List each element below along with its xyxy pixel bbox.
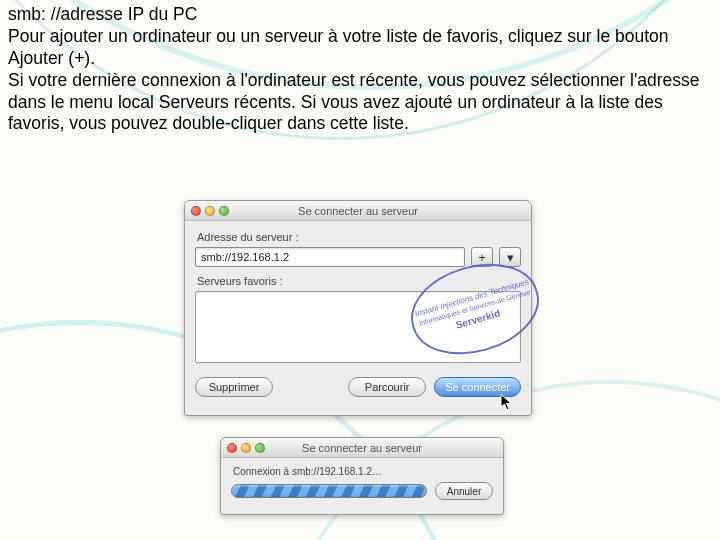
titlebar[interactable]: Se connecter au serveur xyxy=(221,438,503,458)
server-address-input[interactable]: smb://192.168.1.2 xyxy=(195,247,465,267)
cancel-button[interactable]: Annuler xyxy=(435,482,493,500)
connect-to-server-window: Se connecter au serveur Adresse du serve… xyxy=(184,200,532,416)
window-title: Se connecter au serveur xyxy=(185,205,531,217)
instruction-line-1: smb: //adresse IP du PC xyxy=(8,4,712,26)
remove-button[interactable]: Supprimer xyxy=(195,377,273,397)
instruction-line-2: Pour ajouter un ordinateur ou un serveur… xyxy=(8,26,712,70)
favorite-servers-label: Serveurs favoris : xyxy=(197,275,521,287)
server-address-label: Adresse du serveur : xyxy=(197,231,521,243)
add-favorite-button[interactable]: + xyxy=(471,247,493,267)
browse-button[interactable]: Parcourir xyxy=(348,377,426,397)
instruction-text: smb: //adresse IP du PC Pour ajouter un … xyxy=(8,4,712,135)
progress-bar xyxy=(231,484,427,498)
chevron-down-icon: ▾ xyxy=(507,250,514,265)
connect-button[interactable]: Se connecter xyxy=(434,377,521,397)
connection-status-text: Connexion à smb://192.168.1.2… xyxy=(233,466,493,477)
recent-servers-button[interactable]: ▾ xyxy=(499,247,521,267)
window-title: Se connecter au serveur xyxy=(221,442,503,454)
connecting-progress-window: Se connecter au serveur Connexion à smb:… xyxy=(220,437,504,515)
instruction-line-3: Si votre dernière connexion à l'ordinate… xyxy=(8,70,712,136)
plus-icon: + xyxy=(478,250,486,265)
favorite-servers-list[interactable] xyxy=(195,291,521,363)
titlebar[interactable]: Se connecter au serveur xyxy=(185,201,531,221)
